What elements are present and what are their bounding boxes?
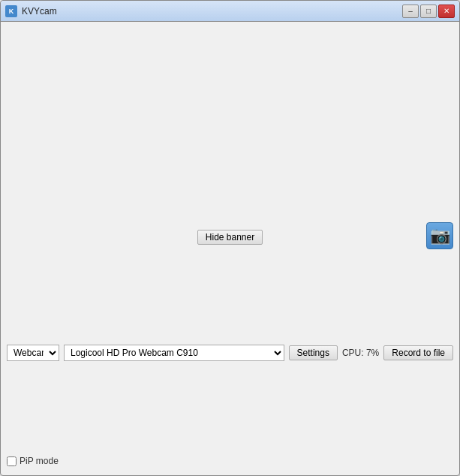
pip-row: PiP mode (7, 454, 453, 469)
title-bar-left: K KVYcam (5, 5, 57, 17)
controls-section: 📷 Webcam Logicool HD Pro Webcam C910 Set… (7, 255, 453, 450)
maximize-button[interactable]: □ (420, 5, 437, 18)
source-type-dropdown[interactable]: Webcam (7, 345, 59, 361)
camera-icon: 📷 (430, 226, 450, 246)
hide-banner-button[interactable]: Hide banner (197, 230, 263, 245)
title-buttons: – □ ✕ (402, 5, 455, 18)
hide-banner-row: Hide banner (7, 227, 453, 248)
video-wrapper: Do you have a problem with KVYcam? Some … (7, 28, 453, 222)
main-window: K KVYcam – □ ✕ (0, 0, 460, 476)
close-button[interactable]: ✕ (438, 5, 455, 18)
settings-button[interactable]: Settings (289, 345, 338, 360)
camera-icon-area: 📷 (426, 222, 453, 249)
camera-device-dropdown[interactable]: Logicool HD Pro Webcam C910 (64, 345, 284, 361)
pip-checkbox[interactable] (7, 456, 17, 466)
title-bar: K KVYcam – □ ✕ (1, 1, 459, 22)
camera-snapshot-button[interactable]: 📷 (426, 222, 453, 249)
content-area: Do you have a problem with KVYcam? Some … (1, 22, 459, 475)
record-to-file-button[interactable]: Record to file (383, 345, 453, 360)
window-title: KVYcam (22, 6, 57, 17)
app-icon: K (5, 5, 17, 17)
pip-label: PiP mode (20, 456, 59, 466)
cpu-usage-label: CPU: 7% (342, 348, 379, 358)
minimize-button[interactable]: – (402, 5, 419, 18)
